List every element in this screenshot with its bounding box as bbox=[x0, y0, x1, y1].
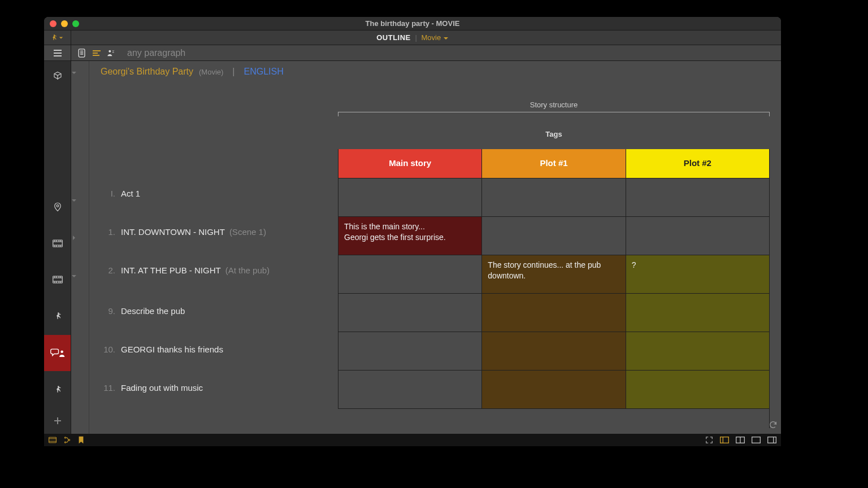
project-language[interactable]: ENGLISH bbox=[244, 67, 284, 77]
status-scenes-icon[interactable] bbox=[49, 437, 57, 443]
close-window-button[interactable] bbox=[50, 20, 57, 27]
tag-cell[interactable] bbox=[338, 178, 481, 217]
hamburger-menu[interactable] bbox=[44, 45, 71, 60]
app-window: The birthday party - MOVIE OUTLINE | Mov… bbox=[44, 17, 781, 446]
minimize-window-button[interactable] bbox=[61, 20, 68, 27]
story-structure-line bbox=[338, 112, 770, 116]
tag-cell[interactable] bbox=[626, 217, 769, 255]
tag-cell[interactable] bbox=[626, 371, 769, 409]
chevron-gutter bbox=[71, 61, 89, 434]
chevron-down-icon bbox=[443, 36, 449, 41]
svg-point-2 bbox=[108, 50, 111, 52]
tag-cell[interactable] bbox=[338, 371, 481, 409]
tag-cell[interactable] bbox=[481, 332, 625, 371]
outline-row-scene[interactable]: 2. INT. AT THE PUB - NIGHT (At the pub) bbox=[89, 255, 338, 294]
mode-outline-label: OUTLINE bbox=[376, 33, 411, 42]
cast-icon[interactable] bbox=[107, 49, 116, 58]
row-label: GEORGI thanks his friends bbox=[121, 345, 223, 354]
panel-layout-4-icon[interactable] bbox=[767, 437, 776, 443]
fullscreen-icon[interactable] bbox=[705, 436, 713, 444]
run-menu[interactable] bbox=[44, 30, 71, 45]
tag-cell[interactable] bbox=[626, 178, 769, 217]
rail-scenes-2[interactable] bbox=[44, 262, 71, 298]
svg-point-10 bbox=[64, 437, 66, 438]
status-bookmark-icon[interactable] bbox=[78, 436, 84, 444]
row-label: Act 1 bbox=[121, 189, 140, 198]
row-number: 11. bbox=[101, 383, 121, 393]
page-icon[interactable] bbox=[78, 49, 86, 58]
status-structure-icon[interactable] bbox=[63, 436, 71, 444]
project-name[interactable]: Georgi's Birthday Party bbox=[101, 67, 193, 77]
tag-cell[interactable] bbox=[481, 178, 625, 217]
mode-bar: OUTLINE | Movie bbox=[44, 30, 781, 45]
filter-input[interactable]: any paragraph bbox=[127, 48, 185, 58]
svg-rect-1 bbox=[79, 49, 85, 56]
row-number: 9. bbox=[101, 306, 121, 316]
svg-rect-13 bbox=[721, 437, 729, 443]
outline-row-scene[interactable]: 1. INT. DOWNTOWN - NIGHT (Scene 1) bbox=[89, 217, 338, 255]
main-content: Georgi's Birthday Party (Movie) | ENGLIS… bbox=[89, 61, 781, 434]
outline-rows: I. Act 1 1. INT. DOWNTOWN - NIGHT (Scene… bbox=[89, 149, 338, 428]
svg-rect-16 bbox=[768, 437, 776, 443]
project-type: (Movie) bbox=[199, 68, 223, 76]
refresh-icon[interactable] bbox=[769, 420, 778, 429]
tag-column-header-plot1[interactable]: Plot #1 bbox=[481, 149, 625, 178]
tag-cell[interactable] bbox=[338, 255, 481, 294]
status-bar bbox=[44, 434, 781, 446]
tag-cell[interactable] bbox=[626, 294, 769, 332]
tag-cell[interactable] bbox=[338, 332, 481, 371]
outline-row-line[interactable]: 10. GEORGI thanks his friends bbox=[89, 332, 338, 371]
window-controls bbox=[44, 20, 79, 27]
outline-row-line[interactable]: 9. Describe the pub bbox=[89, 294, 338, 332]
header-separator: | bbox=[232, 67, 235, 77]
rail-scenes-1[interactable] bbox=[44, 225, 71, 262]
row-label: Describe the pub bbox=[121, 306, 185, 316]
rail-project[interactable] bbox=[44, 67, 71, 86]
tag-column-header-main[interactable]: Main story bbox=[338, 149, 481, 178]
svg-rect-15 bbox=[752, 437, 761, 443]
zoom-window-button[interactable] bbox=[72, 20, 79, 27]
panel-layout-3-icon[interactable] bbox=[752, 437, 761, 443]
panel-layout-1-icon[interactable] bbox=[720, 437, 729, 443]
outline-row-line[interactable]: 11. Fading out with music bbox=[89, 371, 338, 409]
filter-bar: any paragraph bbox=[44, 45, 781, 61]
project-header: Georgi's Birthday Party (Movie) | ENGLIS… bbox=[101, 67, 284, 77]
rail-add[interactable] bbox=[44, 408, 71, 434]
rail-dialogue[interactable] bbox=[44, 335, 71, 372]
svg-rect-9 bbox=[49, 437, 57, 442]
workspace: Georgi's Birthday Party (Movie) | ENGLIS… bbox=[44, 61, 781, 434]
tag-cell[interactable] bbox=[338, 294, 481, 332]
row-hint: (Scene 1) bbox=[229, 227, 266, 237]
tag-cell[interactable]: The story continues... at the pub downto… bbox=[481, 255, 625, 294]
mode-switcher[interactable]: OUTLINE | Movie bbox=[44, 33, 781, 42]
row-hint: (At the pub) bbox=[225, 265, 270, 275]
tag-column-header-plot2[interactable]: Plot #2 bbox=[626, 149, 769, 178]
chevron-right-icon[interactable] bbox=[71, 235, 89, 241]
tag-cell[interactable]: ? bbox=[626, 255, 769, 294]
outline-row-act[interactable]: I. Act 1 bbox=[89, 178, 338, 217]
svg-point-7 bbox=[60, 350, 63, 353]
rail-actions[interactable] bbox=[44, 298, 71, 335]
chevron-down-icon[interactable] bbox=[71, 70, 89, 76]
svg-point-3 bbox=[57, 204, 59, 207]
chevron-down-icon[interactable] bbox=[71, 273, 89, 279]
panel-layout-2-icon[interactable] bbox=[736, 437, 745, 443]
rail-actions-2[interactable] bbox=[44, 371, 71, 408]
tag-cell[interactable] bbox=[481, 294, 625, 332]
row-number: 2. bbox=[101, 265, 121, 275]
tag-cell[interactable] bbox=[626, 332, 769, 371]
chevron-down-icon bbox=[59, 36, 63, 40]
story-structure-label: Story structure bbox=[338, 101, 770, 109]
titlebar: The birthday party - MOVIE bbox=[44, 17, 781, 30]
row-number: 1. bbox=[101, 227, 121, 237]
lines-icon[interactable] bbox=[92, 50, 101, 56]
window-title: The birthday party - MOVIE bbox=[44, 19, 781, 28]
rail-locations[interactable] bbox=[44, 188, 71, 225]
tag-cell[interactable] bbox=[481, 217, 625, 255]
row-label: INT. DOWNTOWN - NIGHT bbox=[121, 227, 225, 237]
chevron-down-icon[interactable] bbox=[71, 198, 89, 203]
row-number: I. bbox=[101, 189, 121, 198]
row-label: INT. AT THE PUB - NIGHT bbox=[121, 265, 221, 275]
tag-cell[interactable] bbox=[481, 371, 625, 409]
tag-cell[interactable]: This is the main story...Georgi gets the… bbox=[338, 217, 481, 255]
